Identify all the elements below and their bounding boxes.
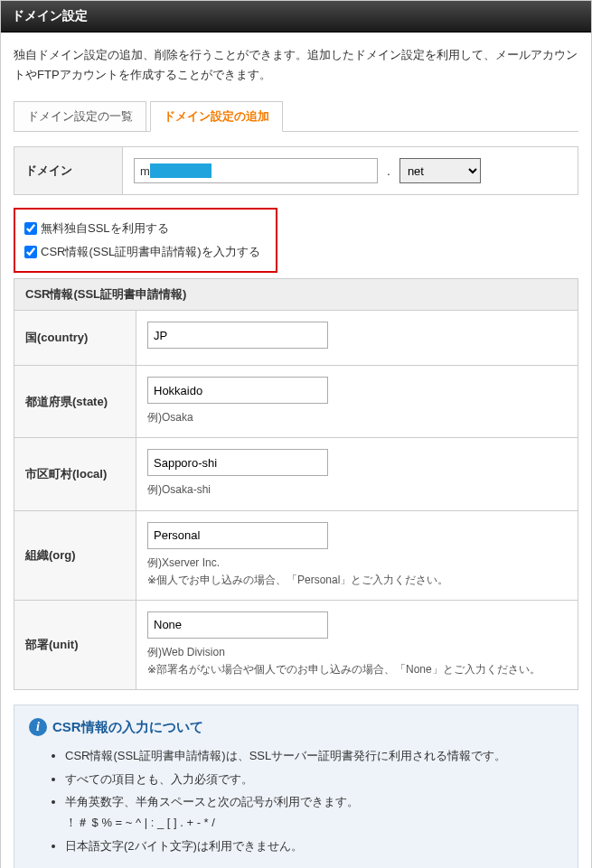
list-item: すべての項目とも、入力必須です。 [65, 769, 563, 789]
csr-info-box: CSR情報の入力について CSR情報(SSL証明書申請情報)は、SSLサーバー証… [14, 705, 578, 868]
domain-form-table: ドメイン m . net [14, 146, 578, 195]
csr-local-input[interactable] [147, 449, 328, 476]
domain-input-masked [150, 163, 211, 178]
tabs: ドメイン設定の一覧 ドメイン設定の追加 [14, 101, 578, 132]
csr-unit-label: 部署(unit) [14, 600, 136, 689]
csr-info-title: CSR情報の入力について [52, 719, 203, 736]
csr-state-input[interactable] [147, 377, 328, 404]
list-item: CSR情報(SSL証明書申請情報)は、SSLサーバー証明書発行に利用される情報で… [65, 745, 563, 766]
tld-select[interactable]: net [399, 158, 481, 183]
checkbox-csr-label: CSR情報(SSL証明書申請情報)を入力する [41, 244, 260, 260]
domain-settings-panel: ドメイン設定 独自ドメイン設定の追加、削除を行うことができます。追加したドメイン… [0, 0, 592, 868]
tab-domain-add[interactable]: ドメイン設定の追加 [150, 101, 283, 132]
csr-local-label: 市区町村(local) [14, 438, 136, 510]
domain-label: ドメイン [14, 147, 123, 195]
checkbox-csr[interactable]: CSR情報(SSL証明書申請情報)を入力する [24, 240, 267, 264]
csr-section-title: CSR情報(SSL証明書申請情報) [14, 279, 578, 311]
domain-dot: . [385, 163, 392, 178]
csr-state-hint: 例)Osaka [147, 409, 567, 426]
checkbox-free-ssl-label: 無料独自SSLを利用する [41, 220, 169, 237]
csr-unit-input[interactable] [147, 611, 328, 639]
csr-org-input[interactable] [147, 522, 328, 549]
csr-org-label: 組織(org) [14, 510, 136, 600]
domain-input-prefix: m [140, 164, 150, 178]
csr-state-label: 都道府県(state) [14, 366, 136, 438]
csr-info-title-row: CSR情報の入力について [29, 718, 563, 736]
panel-description: 独自ドメイン設定の追加、削除を行うことができます。追加したドメイン設定を利用して… [14, 45, 578, 85]
list-item: 半角英数字、半角スペースと次の記号が利用できます。 ！＃ $ % = ~ ^ |… [65, 791, 563, 834]
panel-body: 独自ドメイン設定の追加、削除を行うことができます。追加したドメイン設定を利用して… [1, 33, 591, 868]
info-icon [29, 718, 47, 736]
checkbox-csr-input[interactable] [24, 246, 37, 258]
checkbox-free-ssl-input[interactable] [24, 222, 37, 235]
csr-table: CSR情報(SSL証明書申請情報) 国(country) 都道府県(state)… [14, 278, 578, 690]
csr-org-hint: 例)Xserver Inc. ※個人でお申し込みの場合、「Personal」とご… [147, 555, 567, 589]
csr-local-hint: 例)Osaka-shi [147, 481, 567, 499]
list-item: 日本語文字(2バイト文字)は利用できません。 [65, 835, 563, 856]
csr-info-list: CSR情報(SSL証明書申請情報)は、SSLサーバー証明書発行に利用される情報で… [29, 745, 563, 856]
tab-domain-list[interactable]: ドメイン設定の一覧 [14, 101, 146, 131]
csr-unit-hint: 例)Web Division ※部署名がない場合や個人でのお申し込みの場合、「N… [147, 644, 567, 678]
domain-input[interactable]: m [134, 158, 378, 183]
ssl-options-box: 無料独自SSLを利用する CSR情報(SSL証明書申請情報)を入力する [14, 208, 277, 273]
csr-country-label: 国(country) [14, 311, 136, 366]
checkbox-free-ssl[interactable]: 無料独自SSLを利用する [24, 217, 267, 240]
panel-title: ドメイン設定 [1, 1, 591, 33]
csr-country-input[interactable] [147, 322, 328, 349]
